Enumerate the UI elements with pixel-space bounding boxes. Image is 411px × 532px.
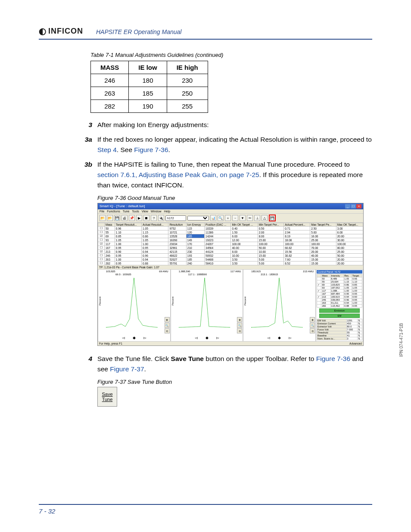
tool-icon[interactable]: ✂ [247, 215, 253, 221]
filter-icon[interactable]: ▼ [240, 215, 246, 221]
menu-tune[interactable]: Tune [123, 210, 130, 213]
reset-icon[interactable]: ⟲ [237, 328, 242, 333]
table-row[interactable]: ☐931.051.05182601491922312.0015.0018.082… [98, 238, 363, 242]
param-row[interactable]: Emission Current450⇅ [317, 322, 362, 325]
save-tune-button[interactable]: Save Tune [97, 387, 117, 407]
nav-left-icon[interactable]: ◅ [267, 336, 270, 340]
list-item[interactable]: 93187,0521.051.05 [317, 286, 362, 289]
param-row[interactable]: Focus Volt7.000⇅ [317, 328, 362, 331]
device-icon[interactable]: 🔌 [158, 215, 164, 221]
toolbar-select[interactable] [187, 216, 209, 221]
device-input[interactable] [165, 215, 186, 221]
row-checkbox[interactable]: ☑ [98, 234, 105, 238]
print-icon[interactable]: 🖨 [121, 215, 128, 221]
grid-header[interactable]: Actual Resoluti... [142, 223, 168, 227]
pan-icon[interactable]: ✥ [310, 317, 315, 322]
list-item[interactable]: 246336,0830.960.95 [317, 299, 362, 302]
table-row[interactable]: ☐500.961.059752115103390.400.500.712.503… [98, 227, 363, 230]
pin-icon[interactable]: 📌 [129, 215, 135, 221]
grid-header[interactable]: Max OK Target... [336, 223, 363, 227]
link-fig-7-37[interactable]: Figure 7-37 [110, 365, 144, 373]
row-checkbox[interactable]: ☐ [98, 258, 105, 261]
param-row[interactable]: Baseline41⇅ [317, 334, 362, 337]
table-row[interactable]: ☑690.850.8613528165142446.008.008.1916.0… [98, 234, 363, 238]
zoom-out-icon[interactable]: － [232, 215, 238, 221]
em-button[interactable]: EM [319, 314, 360, 318]
save-tune-toolbar-button[interactable]: 💾 [269, 215, 276, 221]
window-buttons[interactable]: _□× [345, 204, 361, 208]
close-icon[interactable]: × [356, 204, 361, 208]
menu-file[interactable]: File [100, 210, 104, 213]
chart-tools[interactable]: ✥🔍⟲ [310, 317, 315, 333]
table-row[interactable]: ☐2631.000.9452027185544883.505.007.6015.… [98, 258, 363, 261]
save-icon[interactable]: 💾 [114, 215, 120, 221]
run-icon[interactable]: ▶ [136, 215, 142, 221]
menu-bar[interactable]: File Functions Tune Tools View Window He… [98, 209, 363, 213]
row-checkbox[interactable]: ☐ [98, 238, 105, 242]
row-checkbox[interactable]: ☐ [98, 227, 105, 230]
list-item[interactable]: ✓69103,8250.860.85 [317, 283, 362, 286]
grid-header[interactable]: Position (DAC ... [205, 223, 231, 227]
list-item[interactable]: 282115,4620.880.95 [317, 305, 362, 308]
row-checkbox[interactable]: ☑ [98, 242, 105, 246]
mass-intensity-table[interactable]: MassIntensityRes.Target508,4891.050.9655… [317, 274, 362, 308]
grid-header[interactable]: Min Target Per... [258, 223, 284, 227]
chart-213amu[interactable]: 183,915 213 AMU 213.1 : 183915 Percent ✥… [243, 269, 316, 342]
grid-header[interactable]: Resolution [168, 223, 186, 227]
pan-icon[interactable]: ✥ [165, 317, 170, 322]
emission-button[interactable]: Emission [319, 308, 360, 313]
list-item[interactable]: 508,4891.050.96 [317, 277, 362, 280]
nav-right-icon[interactable]: ▻ [216, 336, 219, 340]
table-row[interactable]: ☐2820.950.8855791240584103.505.008.5215.… [98, 261, 363, 265]
grid-header[interactable]: Target Resoluti... [115, 223, 141, 227]
param-table[interactable]: EM Volt1391⇅Emission Current450⇅Extracto… [317, 319, 362, 340]
nav-right-icon[interactable]: ▻ [143, 336, 146, 340]
nav-right-icon[interactable]: ▻ [289, 336, 292, 340]
list-item[interactable]: 5525,9341.151.10 [317, 280, 362, 283]
list-item[interactable]: ✓1171,088...1.001.00 [317, 289, 362, 292]
param-row[interactable]: EM Volt1391⇅ [317, 319, 362, 322]
link-step4[interactable]: Step 4 [97, 146, 117, 153]
menu-view[interactable]: View [142, 210, 148, 213]
row-checkbox[interactable]: ☐ [98, 230, 105, 234]
help-icon[interactable]: ? [151, 215, 157, 221]
zoom-icon[interactable]: 🔍 [237, 323, 242, 328]
grid-header[interactable]: Mass [105, 223, 115, 227]
chart-117amu[interactable]: 1,088,590 117 AMU 117.1 : 1088590 Percen… [171, 269, 243, 342]
zoom-icon[interactable]: 🔍 [310, 323, 315, 328]
param-row[interactable]: Extractor Volt80.0⇅ [317, 325, 362, 328]
table-row[interactable]: ☐1670.950.95329612103456440.0050.0060.82… [98, 246, 363, 250]
grid-header[interactable]: Min OK Target ... [231, 223, 258, 227]
param-row[interactable]: Num. Scans to...3⇅ [317, 337, 362, 340]
nav-center-icon[interactable]: ◆ [278, 336, 281, 340]
zoom-icon[interactable]: 🔍 [218, 215, 224, 221]
reset-icon[interactable]: ⟲ [310, 328, 315, 333]
menu-functions[interactable]: Functions [107, 210, 120, 213]
zoom-in-icon[interactable]: ＋ [225, 215, 231, 221]
menu-window[interactable]: Window [151, 210, 162, 213]
table-row[interactable]: ☑1171.001.002303417024207100.00100.00100… [98, 242, 363, 246]
nav-left-icon[interactable]: ◅ [195, 336, 198, 340]
table-row[interactable]: ☐551.101.1510721120113861.502.002.945.00… [98, 230, 363, 234]
grid-header[interactable]: Ion Energy [186, 223, 204, 227]
nav-center-icon[interactable]: ◆ [206, 336, 209, 340]
stop-icon[interactable]: ⏹ [143, 215, 149, 221]
chart-icon[interactable]: 📊 [210, 215, 216, 221]
nav-center-icon[interactable]: ◆ [133, 336, 136, 340]
list-item[interactable]: ✓213183,9150.940.90 [317, 296, 362, 299]
grid-header[interactable]: Actual Percent... [284, 223, 310, 227]
menu-tools[interactable]: Tools [132, 210, 139, 213]
row-checkbox[interactable]: ☐ [98, 254, 105, 258]
link-fig-7-36[interactable]: Figure 7-36 [316, 355, 350, 362]
chart-tools[interactable]: ✥🔍⟲ [237, 317, 242, 333]
nav-left-icon[interactable]: ◅ [122, 336, 125, 340]
axis-icon[interactable]: ⊥ [254, 215, 260, 221]
minimize-icon[interactable]: _ [345, 204, 350, 208]
list-item[interactable]: 167687,4840.950.95 [317, 292, 362, 296]
open2-icon[interactable]: 📂 [107, 215, 113, 221]
grid-header[interactable]: Max Target Pe... [310, 223, 336, 227]
pan-icon[interactable]: ✥ [237, 317, 242, 322]
zoom-icon[interactable]: 🔍 [165, 323, 170, 328]
reset-icon[interactable]: ⟲ [165, 328, 170, 333]
link-fig-7-36[interactable]: Figure 7-36 [134, 146, 168, 153]
